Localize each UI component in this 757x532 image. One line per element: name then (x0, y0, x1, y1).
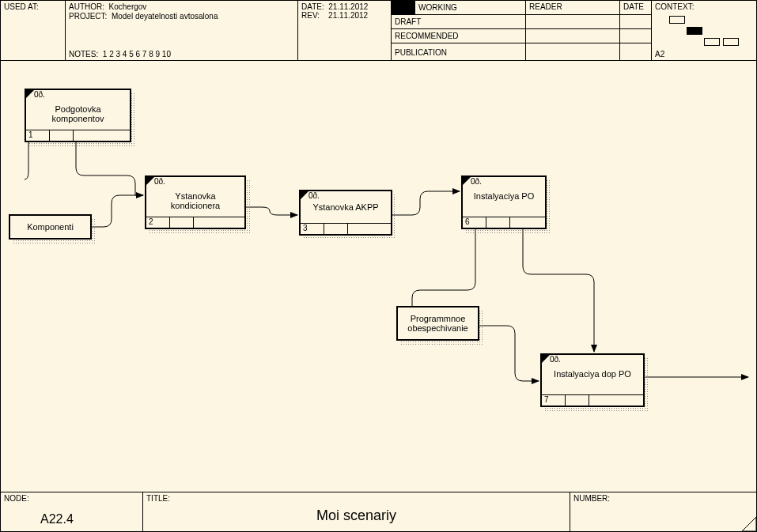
block-id: 0ð. (34, 90, 45, 99)
reader-label: READER (526, 1, 619, 14)
block-id: 0ð. (308, 191, 320, 200)
block-num: 1 (26, 130, 50, 141)
block-label: Ystanovka kondicionera (146, 191, 244, 210)
used-at-cell: USED AT: (1, 1, 66, 60)
title-label: TITLE: (146, 494, 170, 503)
block-label: Instalyaciya PO (463, 191, 545, 201)
block-label: Podgotovka komponentov (26, 104, 130, 123)
date-label: DATE: (301, 2, 324, 11)
status-recommended: RECOMMENDED (392, 29, 525, 43)
author-label: AUTHOR: (69, 2, 104, 11)
rev-value: 21.11.2012 (328, 11, 368, 20)
data-block-programmnoe: Programmnoe obespechivanie (396, 306, 479, 341)
used-at-label: USED AT: (4, 2, 39, 11)
block-label: Programmnoe obespechivanie (401, 314, 475, 333)
block-label: Komponenti (27, 222, 74, 232)
block-id: 0ð. (550, 355, 561, 364)
block-id: 0ð. (471, 177, 482, 186)
block-num: 2 (146, 217, 170, 228)
status-working: WORKING (415, 2, 460, 13)
title-cell: TITLE: Moi scenariy (143, 492, 570, 531)
context-cell: CONTEXT: A2 (652, 1, 756, 60)
activity-block-2: 0ð. Ystanovka kondicionera 2 (145, 175, 246, 229)
number-label: NUMBER: (573, 494, 610, 503)
activity-block-7: 0ð. Instalyaciya dop PO 7 (540, 353, 645, 407)
context-tree-icon (655, 14, 753, 54)
reader-date-label: DATE (619, 1, 651, 14)
block-num: 3 (301, 224, 324, 234)
project-label: PROJECT: (69, 12, 107, 21)
date-rev-cell: DATE: 21.11.2012 REV: 21.11.2012 (298, 1, 392, 60)
author-project-cell: AUTHOR: Kochergov PROJECT: Model deyatel… (66, 1, 298, 60)
project-value: Model deyatelnosti avtosalona (112, 12, 218, 21)
status-publication: PUBLICATION (392, 43, 525, 61)
footer: NODE: A22.4 TITLE: Moi scenariy NUMBER: (1, 492, 756, 531)
node-value: A22.4 (40, 512, 74, 526)
status-draft: DRAFT (392, 15, 525, 29)
title-value: Moi scenariy (146, 507, 566, 524)
notes-label: NOTES: (69, 50, 98, 58)
activity-block-6: 0ð. Instalyaciya PO 6 (461, 175, 547, 229)
block-num: 7 (542, 395, 566, 406)
node-label: NODE: (4, 494, 29, 503)
number-cell: NUMBER: (570, 492, 756, 531)
idef0-diagram-page: USED AT: AUTHOR: Kochergov PROJECT: Mode… (0, 0, 757, 532)
activity-block-1: 0ð. Podgotovka komponentov 1 (25, 89, 131, 142)
status-marker (392, 1, 415, 15)
context-label: CONTEXT: (655, 2, 694, 11)
status-cell: WORKING DRAFT RECOMMENDED PUBLICATION (392, 1, 526, 60)
rev-label: REV: (301, 11, 320, 20)
context-code: A2 (655, 50, 664, 58)
block-label: Instalyaciya dop PO (542, 369, 643, 379)
reader-cell: READERDATE (526, 1, 652, 60)
block-label: Ystanovka AKPP (301, 202, 391, 212)
block-id: 0ð. (154, 177, 165, 186)
author-value: Kochergov (109, 2, 147, 11)
notes-value: 1 2 3 4 5 6 7 8 9 10 (103, 50, 171, 58)
date-value: 21.11.2012 (328, 2, 368, 11)
node-cell: NODE: A22.4 (1, 492, 143, 531)
data-block-komponenti: Komponenti (9, 214, 92, 240)
diagram-canvas: 0ð. Podgotovka komponentov 1 Komponenti … (1, 61, 756, 492)
block-num: 6 (463, 217, 486, 228)
activity-block-3: 0ð. Ystanovka AKPP 3 (299, 190, 392, 236)
header: USED AT: AUTHOR: Kochergov PROJECT: Mode… (1, 1, 756, 61)
page-corner-fold-icon (737, 512, 756, 531)
